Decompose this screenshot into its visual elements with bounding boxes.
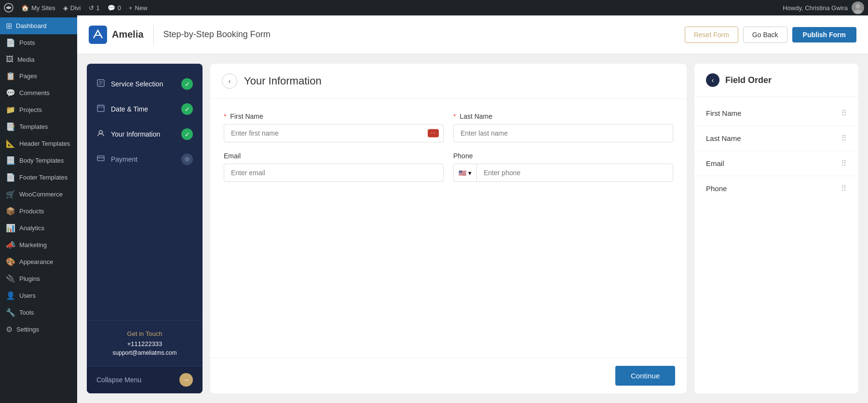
phone-label: Phone — [453, 152, 673, 160]
posts-icon: 📄 — [6, 38, 15, 47]
booking-steps-list: Service Selection ✓ Date & Time ✓ — [87, 64, 203, 320]
admin-bar-divi[interactable]: ◈ Divi — [63, 4, 81, 12]
first-name-label: * First Name — [224, 112, 444, 120]
field-order-item-email: Email ⠿ — [694, 151, 858, 176]
footer-templates-icon: 📄 — [6, 173, 15, 182]
wp-admin-bar: 🏠 My Sites ◈ Divi ↺ 1 💬 0 + New Howdy, C… — [0, 0, 868, 15]
main-content: Amelia Step-by-Step Booking Form Reset F… — [77, 15, 868, 403]
sidebar-item-users[interactable]: 👤 Users — [0, 287, 77, 304]
sidebar-item-comments[interactable]: 💬 Comments — [0, 84, 77, 101]
step-dot-inner — [185, 157, 190, 162]
dashboard-icon: ⊞ — [6, 21, 12, 30]
last-name-required: * — [453, 112, 456, 120]
reset-form-button[interactable]: Reset Form — [685, 27, 738, 43]
field-order-items-list: First Name ⠿ Last Name ⠿ Email ⠿ Phone ⠿ — [694, 97, 858, 205]
field-order-back-button[interactable]: ‹ — [706, 73, 719, 87]
service-selection-icon — [96, 79, 105, 89]
tools-icon: 🔧 — [6, 308, 15, 317]
svg-rect-7 — [97, 156, 104, 161]
sidebar-item-header-templates[interactable]: 📐 Header Templates — [0, 135, 77, 152]
svg-point-2 — [854, 10, 862, 14]
booking-footer: Get in Touch +111222333 support@ameliatm… — [87, 320, 203, 366]
phone-input-wrapper: 🇺🇸 ▾ — [453, 164, 673, 182]
form-header: ‹ Your Information — [210, 64, 687, 99]
email-field: Email — [224, 152, 444, 182]
date-time-icon — [96, 104, 105, 114]
sidebar-item-templates[interactable]: 📑 Templates — [0, 118, 77, 135]
updates-icon: ↺ — [89, 4, 94, 12]
sidebar-item-tools[interactable]: 🔧 Tools — [0, 304, 77, 321]
email-label: Email — [224, 152, 444, 160]
header-templates-icon: 📐 — [6, 139, 15, 148]
header-separator — [153, 25, 154, 44]
sidebar-item-settings[interactable]: ⚙ Settings — [0, 321, 77, 338]
last-name-label: * Last Name — [453, 112, 673, 120]
sidebar-item-dashboard[interactable]: ⊞ Dashboard — [0, 17, 77, 34]
wp-sidebar: ⊞ Dashboard 📄 Posts 🖼 Media 📋 Pages 💬 Co… — [0, 15, 77, 403]
settings-icon: ⚙ — [6, 325, 13, 334]
name-row: * First Name ⋯ * Las — [224, 112, 673, 142]
last-name-input[interactable] — [453, 124, 673, 142]
us-flag-icon: 🇺🇸 — [459, 169, 466, 177]
field-order-header: ‹ Field Order — [694, 64, 858, 97]
step-service-selection[interactable]: Service Selection ✓ — [87, 71, 203, 97]
step-date-time[interactable]: Date & Time ✓ — [87, 97, 203, 122]
sidebar-item-media[interactable]: 🖼 Media — [0, 51, 77, 68]
email-input[interactable] — [224, 164, 444, 182]
sidebar-item-plugins[interactable]: 🔌 Plugins — [0, 270, 77, 287]
admin-bar-wp-icon[interactable] — [4, 3, 14, 13]
collapse-menu-button[interactable]: Collapse Menu → — [87, 366, 203, 393]
phone-flag-selector[interactable]: 🇺🇸 ▾ — [454, 164, 477, 181]
step-check-service: ✓ — [181, 78, 193, 90]
step-payment[interactable]: Payment — [87, 147, 203, 172]
sidebar-item-footer-templates[interactable]: 📄 Footer Templates — [0, 169, 77, 186]
first-name-input[interactable] — [224, 124, 444, 142]
woocommerce-icon: 🛒 — [6, 190, 15, 199]
admin-bar-mysites[interactable]: 🏠 My Sites — [21, 4, 55, 12]
admin-bar-comments[interactable]: 💬 0 — [108, 4, 121, 12]
sidebar-item-appearance[interactable]: 🎨 Appearance — [0, 253, 77, 270]
appearance-icon: 🎨 — [6, 257, 15, 266]
body-templates-icon: 📃 — [6, 156, 15, 165]
templates-icon: 📑 — [6, 122, 15, 131]
first-name-field-icon: ⋯ — [428, 129, 439, 138]
sidebar-item-analytics[interactable]: 📊 Analytics — [0, 220, 77, 236]
step-dot-payment — [181, 153, 193, 165]
drag-handle-firstname[interactable]: ⠿ — [841, 109, 847, 118]
page-title: Step-by-Step Booking Form — [163, 29, 271, 40]
house-icon: 🏠 — [21, 4, 29, 12]
payment-icon — [96, 154, 105, 165]
users-icon: 👤 — [6, 291, 15, 300]
drag-handle-lastname[interactable]: ⠿ — [841, 134, 847, 143]
sidebar-item-body-templates[interactable]: 📃 Body Templates — [0, 152, 77, 169]
admin-bar-user: Howdy, Christina Gwira — [783, 1, 864, 14]
plugin-logo: Amelia — [89, 26, 144, 44]
analytics-icon: 📊 — [6, 223, 15, 233]
comments-icon: 💬 — [108, 4, 115, 12]
sidebar-item-marketing[interactable]: 📣 Marketing — [0, 236, 77, 253]
go-back-button[interactable]: Go Back — [743, 27, 787, 43]
sidebar-item-products[interactable]: 📦 Products — [0, 203, 77, 220]
first-name-required: * — [224, 112, 226, 120]
form-back-button[interactable]: ‹ — [222, 73, 237, 89]
admin-bar-updates[interactable]: ↺ 1 — [89, 4, 100, 12]
booking-steps-panel: Service Selection ✓ Date & Time ✓ — [87, 64, 203, 393]
sidebar-item-woocommerce[interactable]: 🛒 WooCommerce — [0, 186, 77, 203]
sidebar-item-projects[interactable]: 📁 Projects — [0, 101, 77, 118]
sidebar-item-pages[interactable]: 📋 Pages — [0, 68, 77, 84]
first-name-field: * First Name ⋯ — [224, 112, 444, 142]
get-in-touch-label: Get in Touch — [96, 330, 193, 337]
marketing-icon: 📣 — [6, 240, 15, 250]
admin-bar-new[interactable]: + New — [129, 4, 148, 12]
publish-form-button[interactable]: Publish Form — [792, 27, 856, 42]
drag-handle-phone[interactable]: ⠿ — [841, 184, 847, 193]
sidebar-item-posts[interactable]: 📄 Posts — [0, 34, 77, 51]
step-your-information[interactable]: Your Information ✓ — [87, 122, 203, 147]
continue-button[interactable]: Continue — [615, 366, 675, 386]
first-name-input-wrapper: ⋯ — [224, 124, 444, 142]
drag-handle-email[interactable]: ⠿ — [841, 159, 847, 168]
phone-number-input[interactable] — [477, 164, 673, 181]
plugins-icon: 🔌 — [6, 274, 15, 283]
comments-icon: 💬 — [6, 88, 15, 97]
media-icon: 🖼 — [6, 55, 14, 64]
